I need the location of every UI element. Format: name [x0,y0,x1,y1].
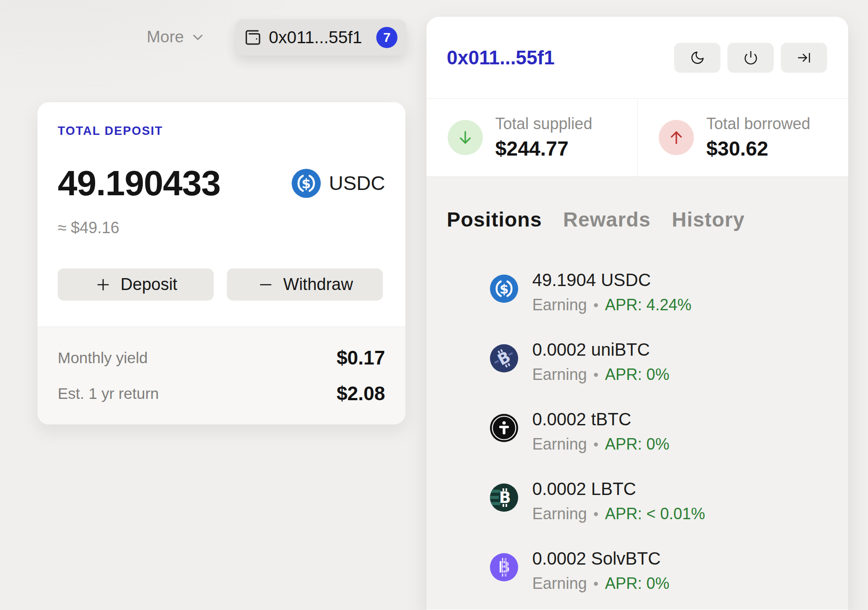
card-footer: Monthly yield $0.17 Est. 1 yr return $2.… [37,327,405,424]
account-panel: 0x011...55f1 Total supplied [427,17,848,610]
position-apr: APR: < 0.01% [605,505,705,523]
position-status: Earning [532,435,587,454]
position-amount: 49.1904 USDC [532,269,691,290]
position-row-unibtc[interactable]: 0.0002 uniBTC Earning APR: 0% [490,339,828,384]
supplied-value: $244.77 [495,137,592,160]
panel-actions [674,43,827,73]
supplied-circle [448,120,483,155]
position-amount: 0.0002 tBTC [532,409,669,430]
app-screen: More 0x011...55f1 7 TOTAL DEPOSIT 49.190… [0,0,868,610]
unibtc-icon [490,344,518,372]
arrow-down-icon [456,128,475,147]
position-status: Earning [532,296,587,314]
minus-icon [257,276,274,294]
account-address[interactable]: 0x011...55f1 [447,47,555,69]
moon-icon [690,50,705,65]
withdraw-button[interactable]: Withdraw [227,268,383,301]
yearly-return-value: $2.08 [337,383,385,405]
deposit-button-label: Deposit [121,275,178,294]
position-apr: APR: 0% [605,365,669,384]
withdraw-button-label: Withdraw [283,275,353,294]
separator-dot [594,582,598,586]
tab-rewards[interactable]: Rewards [563,208,651,231]
lbtc-icon [490,484,518,512]
position-amount: 0.0002 SolvBTC [532,548,669,569]
position-status: Earning [532,365,587,384]
disconnect-button[interactable] [727,43,774,73]
deposit-token: $ USDC [292,169,385,198]
total-borrowed: Total borrowed $30.62 [638,99,848,176]
separator-dot [594,443,598,446]
monthly-yield-value: $0.17 [337,347,385,369]
collapse-panel-button[interactable] [781,43,827,73]
panel-header: 0x011...55f1 [427,17,848,99]
svg-text:$: $ [302,176,311,191]
yearly-return-label: Est. 1 yr return [58,385,159,402]
svg-text:$: $ [500,282,508,297]
tab-history[interactable]: History [672,208,745,231]
separator-dot [594,512,598,516]
power-icon [743,50,758,65]
token-name: USDC [329,172,385,195]
tabs: Positions Rewards History [447,177,828,231]
action-buttons: Deposit Withdraw [58,268,383,301]
total-deposit-card: TOTAL DEPOSIT 49.190433 $ USDC ≈ $49.16 … [37,102,405,424]
tab-positions[interactable]: Positions [447,208,542,231]
wallet-badge: 7 [376,27,397,48]
position-row-tbtc[interactable]: 0.0002 tBTC Earning APR: 0% [490,409,828,454]
theme-toggle-button[interactable] [674,43,720,73]
arrow-up-icon [667,128,686,147]
plus-icon [94,276,112,294]
borrowed-label: Total borrowed [706,115,810,133]
usdc-icon: $ [292,169,321,198]
separator-dot [594,373,598,377]
more-label: More [147,28,184,46]
position-row-lbtc[interactable]: 0.0002 LBTC Earning APR: < 0.01% [490,478,828,523]
monthly-yield-row: Monthly yield $0.17 [58,347,385,369]
position-apr: APR: 4.24% [605,296,691,314]
card-title: TOTAL DEPOSIT [58,124,163,138]
yearly-return-row: Est. 1 yr return $2.08 [58,383,385,405]
usdc-icon: $ [490,275,518,303]
tbtc-icon [490,414,518,442]
borrowed-circle [659,120,694,155]
wallet-address: 0x011...55f1 [269,28,362,47]
arrow-to-bar-icon [797,50,812,65]
position-status: Earning [532,574,587,593]
more-menu[interactable]: More [147,26,206,48]
chevron-down-icon [190,29,206,45]
deposit-button[interactable]: Deposit [58,268,214,301]
usd-approx: ≈ $49.16 [58,219,119,237]
monthly-yield-label: Monthly yield [58,349,148,367]
position-amount: 0.0002 uniBTC [532,339,669,360]
positions-list: $ 49.1904 USDC Earning APR: 4.24% [447,269,828,593]
wallet-icon [244,29,262,46]
borrowed-value: $30.62 [706,137,810,160]
total-supplied: Total supplied $244.77 [427,99,638,176]
wallet-chip[interactable]: 0x011...55f1 7 [235,19,406,56]
solvbtc-icon [490,553,518,581]
position-apr: APR: 0% [605,574,669,593]
position-row-solvbtc[interactable]: 0.0002 SolvBTC Earning APR: 0% [490,548,828,593]
supplied-label: Total supplied [495,115,592,133]
position-apr: APR: 0% [605,435,669,454]
panel-body: Positions Rewards History $ 49.1904 USDC [427,177,848,610]
deposit-amount-row: 49.190433 $ USDC [58,162,385,205]
deposit-amount: 49.190433 [58,163,220,204]
position-amount: 0.0002 LBTC [532,478,705,499]
panel-stats: Total supplied $244.77 Total borrowed $3… [427,99,848,177]
position-status: Earning [532,505,587,523]
separator-dot [594,303,598,307]
position-row-usdc[interactable]: $ 49.1904 USDC Earning APR: 4.24% [490,269,828,314]
